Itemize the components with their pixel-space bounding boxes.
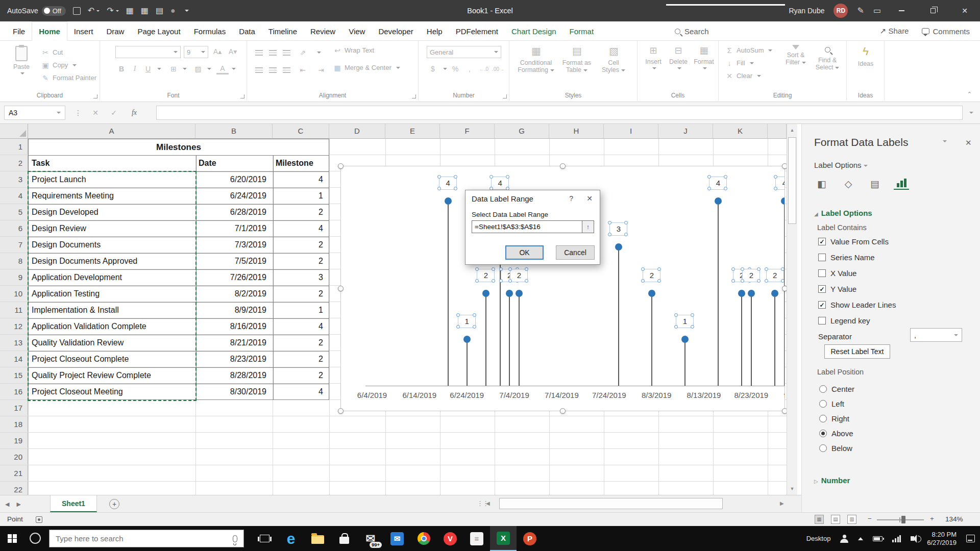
radio-circle[interactable] — [819, 415, 827, 422]
label-selection-handle[interactable] — [774, 175, 777, 179]
label-selection-handle[interactable] — [707, 187, 711, 190]
zoom-level[interactable]: 134% — [945, 515, 963, 523]
delete-cells-button[interactable]: ⊟Delete — [666, 41, 691, 69]
cell-C15[interactable]: 2 — [273, 367, 326, 384]
data-label[interactable]: 1 — [458, 315, 476, 328]
cell-B11[interactable]: 8/9/2019 — [195, 302, 270, 318]
scroll-up-icon[interactable]: ▲ — [787, 125, 797, 135]
label-selection-handle[interactable] — [774, 187, 777, 190]
cell-B12[interactable]: 8/16/2019 — [195, 318, 270, 335]
milestone-marker[interactable] — [516, 290, 523, 297]
checkbox-box[interactable]: ✓ — [818, 238, 826, 245]
cortana-icon[interactable] — [30, 533, 41, 544]
cell-B14[interactable]: 8/23/2019 — [195, 351, 270, 367]
milestone-marker[interactable] — [615, 243, 622, 251]
save-icon[interactable] — [73, 7, 81, 15]
milestone-stem[interactable] — [467, 339, 468, 386]
label-selection-handle[interactable] — [691, 325, 694, 329]
align-bottom-icon[interactable] — [283, 50, 290, 56]
label-selection-handle[interactable] — [456, 313, 460, 317]
shrink-font-icon[interactable]: A▾ — [227, 46, 239, 57]
font-color-icon[interactable]: A — [216, 63, 229, 74]
number-dialog-launcher[interactable] — [503, 94, 507, 98]
chart-selection-handle[interactable] — [338, 286, 344, 291]
redo-icon[interactable]: ↷ — [107, 7, 118, 15]
menu-tab-format[interactable]: Format — [563, 21, 601, 41]
cell-B3[interactable]: 6/20/2019 — [195, 171, 270, 188]
row-header-12[interactable]: 12 — [0, 318, 28, 335]
milestone-stem[interactable] — [774, 293, 775, 386]
label-selection-handle[interactable] — [641, 279, 645, 283]
cell-B2[interactable]: Date — [199, 155, 270, 171]
label-selection-handle[interactable] — [489, 175, 493, 179]
label-selection-handle[interactable] — [731, 267, 735, 271]
data-label[interactable]: 4 — [491, 177, 509, 190]
mail-icon[interactable]: ✉99+ — [357, 526, 384, 551]
wrap-text-button[interactable]: ↩Wrap Text — [333, 44, 374, 57]
column-header-B[interactable]: B — [195, 124, 273, 138]
label-selection-handle[interactable] — [724, 187, 727, 190]
zoom-out-icon[interactable]: − — [868, 515, 872, 522]
label-selection-handle[interactable] — [641, 267, 645, 271]
show-hidden-icons-icon[interactable] — [858, 537, 863, 540]
fill-line-icon[interactable]: ◧ — [814, 178, 829, 190]
expand-formula-bar-icon[interactable] — [963, 106, 978, 120]
notes-app-icon[interactable]: ≡ — [463, 526, 490, 551]
sheet-tab-sheet1[interactable]: Sheet1 — [50, 495, 97, 512]
taskbar-search-input[interactable] — [56, 534, 228, 543]
checkbox-show-leader-lines[interactable]: ✓Show Leader Lines — [818, 300, 896, 309]
merged-title-cell[interactable]: Milestones — [28, 139, 329, 156]
label-selection-handle[interactable] — [499, 279, 503, 283]
milestone-stem[interactable] — [751, 293, 752, 386]
label-options-section[interactable]: ◢Label Options — [814, 209, 872, 217]
milestone-stem[interactable] — [684, 339, 685, 386]
cell-C14[interactable]: 2 — [273, 351, 326, 367]
column-header-D[interactable]: D — [329, 124, 385, 138]
macro-record-icon[interactable] — [36, 516, 42, 523]
borders-icon[interactable]: ⊞ — [167, 63, 180, 74]
menu-tab-home[interactable]: Home — [32, 21, 67, 41]
zoom-slider[interactable] — [877, 519, 924, 520]
microphone-icon[interactable] — [233, 535, 237, 542]
font-dialog-launcher[interactable] — [240, 94, 244, 98]
minimize-button[interactable] — [890, 0, 913, 21]
milestone-stem[interactable] — [618, 247, 619, 386]
row-header-20[interactable]: 20 — [0, 449, 28, 465]
data-label[interactable]: 3 — [609, 222, 627, 236]
cell-C9[interactable]: 3 — [273, 269, 326, 286]
increase-decimal-icon[interactable]: ←.0 — [478, 63, 490, 74]
label-selection-handle[interactable] — [506, 175, 509, 179]
radio-below[interactable]: Below — [819, 444, 852, 453]
label-selection-handle[interactable] — [757, 267, 761, 271]
battery-icon[interactable] — [873, 536, 883, 541]
row-header-21[interactable]: 21 — [0, 465, 28, 482]
outlook-icon[interactable]: ✉ — [384, 526, 410, 551]
checkbox-value-from-cells[interactable]: ✓Value From Cells — [818, 237, 889, 246]
name-box[interactable]: A3 — [4, 106, 65, 120]
user-name[interactable]: Ryan Dube — [789, 7, 824, 15]
clipboard-dialog-launcher[interactable] — [93, 94, 97, 98]
dialog-close-icon[interactable]: ✕ — [586, 194, 593, 203]
milestone-marker[interactable] — [482, 290, 489, 297]
effects-icon[interactable]: ◇ — [841, 178, 856, 190]
qat-record-icon[interactable]: ● — [170, 7, 176, 15]
row-header-4[interactable]: 4 — [0, 188, 28, 204]
label-selection-handle[interactable] — [724, 175, 727, 179]
label-selection-handle[interactable] — [492, 279, 495, 283]
label-selection-handle[interactable] — [454, 175, 457, 179]
cell-B8[interactable]: 7/5/2019 — [195, 253, 270, 269]
row-header-10[interactable]: 10 — [0, 286, 28, 302]
label-selection-handle[interactable] — [508, 279, 512, 283]
row-header-7[interactable]: 7 — [0, 237, 28, 253]
format-as-table-button[interactable]: ▤ Format asTable — [558, 41, 595, 73]
avatar[interactable]: RD — [834, 4, 848, 18]
accounting-format-icon[interactable]: $ — [427, 63, 439, 74]
menu-tab-chart-design[interactable]: Chart Design — [505, 21, 563, 41]
vertical-scroll-thumb[interactable] — [788, 137, 796, 224]
insert-function-icon[interactable]: fx — [127, 106, 142, 120]
cell-C7[interactable]: 2 — [273, 237, 326, 253]
page-break-view-icon[interactable]: ▥ — [847, 515, 856, 524]
font-name-combobox[interactable] — [115, 46, 181, 58]
cancel-entry-icon[interactable]: ✕ — [88, 106, 103, 120]
next-sheet-icon[interactable]: ▶ — [16, 501, 20, 508]
